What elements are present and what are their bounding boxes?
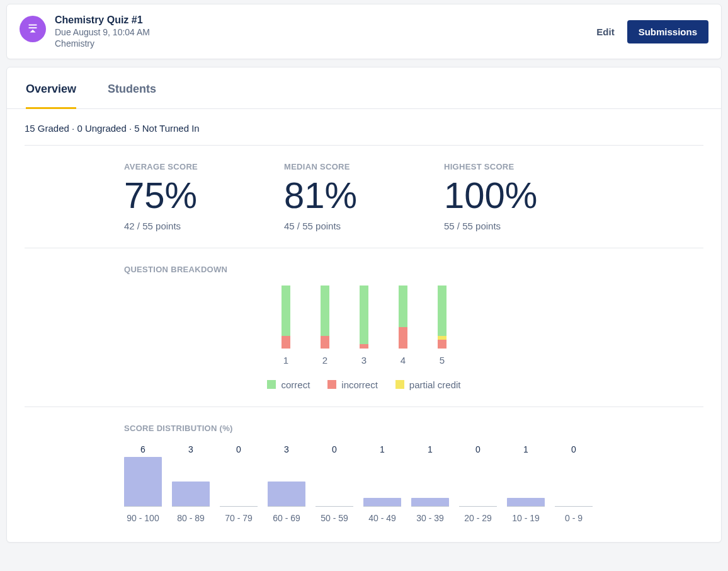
dist-bar-wrap [507,457,545,506]
dist-baseline [172,506,210,507]
qb-seg-incorrect [321,336,329,349]
qb-col: 3 [360,286,368,366]
dist-bar-wrap [555,457,593,506]
dist-bar [172,482,210,506]
legend-incorrect: incorrect [327,379,378,390]
highest-score-label: HIGHEST SCORE [444,162,604,171]
dist-bar [411,498,449,506]
legend-incorrect-label: incorrect [341,379,378,390]
qb-label: 3 [361,355,367,366]
question-breakdown-section: QUESTION BREAKDOWN 12345 correct incorre… [25,248,703,407]
qb-seg-incorrect [360,344,368,349]
qb-bar [360,286,368,349]
dist-label: 80 - 89 [177,513,205,523]
assignment-header: Chemistry Quiz #1 Due August 9, 10:04 AM… [6,4,722,59]
average-score-label: AVERAGE SCORE [124,162,284,171]
tab-students[interactable]: Students [108,67,156,109]
qb-col: 2 [321,286,329,366]
median-score-label: MEDIAN SCORE [284,162,444,171]
dist-bar-wrap [124,457,162,506]
dist-count: 1 [428,444,433,454]
highest-score: HIGHEST SCORE 100% 55 / 55 points [444,162,604,231]
dist-bar-wrap [459,457,497,506]
question-breakdown-chart: 12345 [124,286,604,366]
dist-label: 70 - 79 [225,513,253,523]
median-score-value: 81% [284,175,444,216]
assignment-due: Due August 9, 10:04 AM [55,27,150,37]
average-score-value: 75% [124,175,284,216]
assignment-subject: Chemistry [55,38,150,49]
dist-baseline [124,506,162,507]
dist-bar-wrap [411,457,449,506]
dist-baseline [316,506,353,507]
dist-col: 050 - 59 [316,444,353,523]
qb-seg-incorrect [438,340,446,348]
dist-bar-wrap [172,457,210,506]
dist-baseline [507,506,545,507]
question-breakdown-title: QUESTION BREAKDOWN [124,265,604,274]
legend-correct-label: correct [281,379,310,390]
dist-label: 50 - 59 [321,513,348,523]
dist-baseline [411,506,449,507]
assignment-title: Chemistry Quiz #1 [55,14,150,26]
dist-count: 3 [188,444,193,454]
submissions-button[interactable]: Submissions [627,20,708,43]
dist-baseline [363,506,401,507]
dist-baseline [220,506,258,507]
average-score-points: 42 / 55 points [124,221,284,231]
qb-col: 4 [399,286,407,366]
qb-bar [282,286,290,349]
tabs: Overview Students [7,67,721,109]
dist-count: 0 [571,444,576,454]
dist-bar-wrap [268,457,305,506]
dist-bar-wrap [220,457,258,506]
score-summary: AVERAGE SCORE 75% 42 / 55 points MEDIAN … [25,146,703,248]
dist-bar [268,482,305,506]
median-score: MEDIAN SCORE 81% 45 / 55 points [284,162,444,231]
dist-count: 0 [332,444,337,454]
qb-seg-partial [438,336,446,340]
qb-bar [399,286,407,349]
qb-label: 1 [283,355,288,366]
dist-col: 070 - 79 [220,444,258,523]
score-distribution-title: SCORE DISTRIBUTION (%) [124,424,604,433]
dist-count: 0 [236,444,241,454]
swatch-partial [395,380,404,389]
dist-label: 0 - 9 [565,513,583,523]
edit-button[interactable]: Edit [596,26,614,37]
legend-partial-label: partial credit [409,379,461,390]
dist-count: 1 [380,444,385,454]
qb-bar [321,286,329,349]
qb-seg-correct [282,286,290,336]
dist-count: 1 [523,444,528,454]
dist-bar-wrap [363,457,401,506]
qb-label: 5 [440,355,445,366]
grading-status: 15 Graded · 0 Ungraded · 5 Not Turned In [25,123,703,146]
dist-col: 380 - 89 [172,444,210,523]
highest-score-value: 100% [444,175,604,216]
dist-label: 60 - 69 [273,513,300,523]
legend-correct: correct [267,379,310,390]
svg-rect-0 [29,25,37,26]
score-distribution-chart: 690 - 100380 - 89070 - 79360 - 69050 - 5… [124,444,604,523]
qb-seg-correct [438,286,446,336]
qb-seg-incorrect [399,327,407,348]
dist-count: 0 [475,444,481,454]
average-score: AVERAGE SCORE 75% 42 / 55 points [124,162,284,231]
dist-col: 110 - 19 [507,444,545,523]
quiz-type-icon [20,16,46,42]
dist-col: 360 - 69 [268,444,305,523]
qb-col: 5 [438,286,446,366]
swatch-incorrect [327,380,336,389]
dist-label: 90 - 100 [127,513,159,523]
dist-col: 00 - 9 [555,444,593,523]
qb-label: 2 [322,355,327,366]
qb-label: 4 [401,355,406,366]
dist-col: 020 - 29 [459,444,497,523]
qb-seg-incorrect [282,336,290,349]
score-distribution-section: SCORE DISTRIBUTION (%) 690 - 100380 - 89… [25,407,703,523]
dist-label: 20 - 29 [464,513,492,523]
tab-overview[interactable]: Overview [26,67,76,109]
dist-bar [363,498,401,506]
dist-bar [124,457,162,506]
